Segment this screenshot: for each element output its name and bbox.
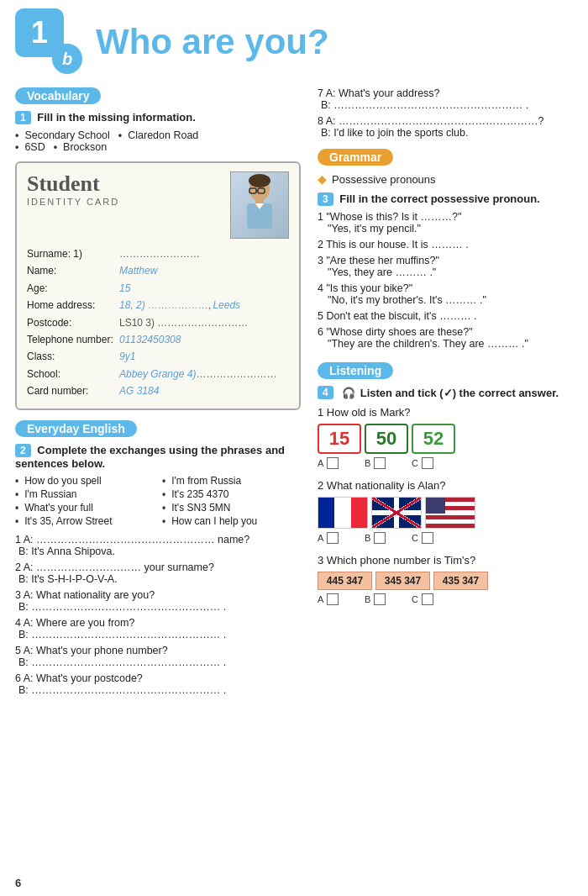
exercise-2-title: Complete the exchanges using the phrases… <box>15 444 285 470</box>
card-field-school: School: Abbey Grange 4) …………………… <box>27 366 289 382</box>
card-subtitle: IDENTITY CARD <box>27 197 119 207</box>
answer-a-q3: A <box>318 593 361 605</box>
dialogue-5-b: B: ……………………………………………… . <box>18 656 301 668</box>
flag-uk <box>371 497 422 529</box>
dialogue-4: 4 A: Where are you from? B: ………………………………… <box>15 617 301 640</box>
qa-7: 7 A: What's your address? B: ……………………………… <box>318 87 573 111</box>
answer-b-q2: B <box>365 532 408 544</box>
card-title-block: Student IDENTITY CARD <box>27 171 119 207</box>
exercise-1-header: 1 Fill in the missing information. <box>15 111 301 124</box>
left-column: Vocabulary 1 Fill in the missing informa… <box>15 87 301 704</box>
dialogue-6: 6 A: What's your postcode? B: …………………………… <box>15 672 301 696</box>
phrase-8: • How can I help you <box>162 515 301 527</box>
checkbox-b-q1[interactable] <box>374 457 386 469</box>
checkbox-a-q1[interactable] <box>327 457 339 469</box>
dialogue-1-a: 1 A: …………………………………………… name? <box>15 534 301 546</box>
phrase-2: • I'm from Russia <box>162 475 301 487</box>
answer-c-q2: C <box>412 532 455 544</box>
exercise-4-header: 4 🎧 Listen and tick (✓) the correct answ… <box>318 386 573 399</box>
phrase-1: • How do you spell <box>15 475 154 487</box>
listening-section-header: Listening <box>318 362 393 379</box>
phrase-6: • It's SN3 5MN <box>162 502 301 514</box>
vocab-item-2: • 6SD • Brockson <box>15 141 301 153</box>
exercise-2-header: 2 Complete the exchanges using the phras… <box>15 444 301 470</box>
checkbox-a-q3[interactable] <box>327 593 339 605</box>
dialogue-2: 2 A: ………………………… your surname? B: It's S-… <box>15 561 301 585</box>
dialogue-1-b: B: It's Anna Shipova. <box>18 546 301 557</box>
flag-row <box>318 497 573 529</box>
flag-us <box>425 497 475 529</box>
exercise-1-title: Fill in the missing information. <box>37 111 196 124</box>
card-photo <box>230 171 289 239</box>
checkbox-a-q2[interactable] <box>327 532 339 544</box>
exercise-3-num: 3 <box>318 192 333 206</box>
dialogue-1: 1 A: …………………………………………… name? B: It's Ann… <box>15 534 301 557</box>
qa-8: 8 A: …………………………………………………? B: I'd like to… <box>318 115 573 139</box>
card-field-postcode: Postcode: LS10 3) ……………………… <box>27 314 289 331</box>
exercise-3-title: Fill in the correct possessive pronoun. <box>339 192 539 205</box>
fill-1: 1 "Whose is this? Is it ………?" "Yes, it's… <box>318 211 573 235</box>
phrase-4: • It's 235 4370 <box>162 488 301 500</box>
exercise-2-num: 2 <box>15 444 31 457</box>
num-box-15: 15 <box>318 424 361 454</box>
checkbox-c-q3[interactable] <box>422 593 433 605</box>
vocabulary-section-header: Vocabulary <box>15 87 101 104</box>
card-field-name: Name: Matthew <box>27 262 289 279</box>
flag-us-canton <box>426 498 445 514</box>
everyday-english-header: Everyday English <box>15 420 137 437</box>
right-column: 7 A: What's your address? B: ……………………………… <box>318 87 573 704</box>
answer-a-q1: A <box>318 457 361 469</box>
dialogue-5-a: 5 A: What's your phone number? <box>15 645 301 656</box>
diamond-icon: ◆ <box>318 172 327 186</box>
answer-c-q3: C <box>412 593 455 605</box>
checkbox-c-q2[interactable] <box>422 532 433 544</box>
dialogue-4-b: B: ……………………………………………… . <box>18 629 301 640</box>
dialogue-4-a: 4 A: Where are you from? <box>15 617 301 629</box>
headphones-icon: 🎧 <box>342 387 355 399</box>
card-field-age: Age: 15 <box>27 280 289 297</box>
card-fields: Surname: 1) …………………… Name: Matthew Age: … <box>27 245 289 400</box>
exercise-4-num: 4 <box>318 386 333 399</box>
checkbox-b-q3[interactable] <box>374 593 386 605</box>
exercise-3-header: 3 Fill in the correct possessive pronoun… <box>318 192 573 206</box>
card-field-class: Class: 9y1 <box>27 348 289 365</box>
phone-boxes: 445 347 345 347 435 347 <box>318 572 573 590</box>
checkbox-c-q1[interactable] <box>422 457 433 469</box>
card-header: Student IDENTITY CARD <box>27 171 289 239</box>
num-box-52: 52 <box>412 424 455 454</box>
dialogue-6-a: 6 A: What's your postcode? <box>15 672 301 684</box>
phrase-list: • How do you spell • I'm from Russia • I… <box>15 475 301 527</box>
fill-5: 5 Don't eat the biscuit, it's ……… . <box>318 310 573 322</box>
checkbox-b-q2[interactable] <box>374 532 386 544</box>
fill-exercises: 1 "Whose is this? Is it ………?" "Yes, it's… <box>318 211 573 350</box>
answer-b-q1: B <box>365 457 408 469</box>
number-boxes: 15 50 52 <box>318 424 573 454</box>
phrase-7: • It's 35, Arrow Street <box>15 515 154 527</box>
phrase-5: • What's your full <box>15 502 154 514</box>
listen-q2: 2 What nationality is Alan? <box>318 479 573 544</box>
card-field-telephone: Telephone number: 01132450308 <box>27 331 289 348</box>
dialogue-3-a: 3 A: What nationality are you? <box>15 589 301 601</box>
dialogue-5: 5 A: What's your phone number? B: ………………… <box>15 645 301 668</box>
page-title: Who are you? <box>96 22 329 62</box>
dialogues: 1 A: …………………………………………… name? B: It's Ann… <box>15 534 301 696</box>
phrase-3: • I'm Russian <box>15 488 154 500</box>
student-avatar-svg <box>234 174 285 237</box>
answer-c-q1: C <box>412 457 455 469</box>
answer-a-q2: A <box>318 532 361 544</box>
phone-3: 435 347 <box>433 572 488 590</box>
page-number: 6 <box>15 877 21 889</box>
answer-boxes-q3: A B C <box>318 593 573 605</box>
card-field-cardnum: Card number: AG 3184 <box>27 382 289 399</box>
dialogue-3: 3 A: What nationality are you? B: ………………… <box>15 589 301 613</box>
everyday-english-section: 2 Complete the exchanges using the phras… <box>15 444 301 696</box>
svg-point-1 <box>249 174 270 187</box>
listen-q1: 1 How old is Mark? 15 50 52 A B <box>318 406 573 469</box>
exercise-4-title: Listen and tick (✓) the correct answer. <box>360 387 559 399</box>
answer-boxes-q1: A B C <box>318 457 573 469</box>
answer-b-q3: B <box>365 593 408 605</box>
possessive-label: Possessive pronouns <box>332 173 436 186</box>
student-card: Student IDENTITY CARD <box>15 161 301 410</box>
card-field-address: Home address: 18, 2) ……………… , Leeds <box>27 297 289 314</box>
vocab-item-1: • Secondary School • Claredon Road <box>15 129 301 141</box>
